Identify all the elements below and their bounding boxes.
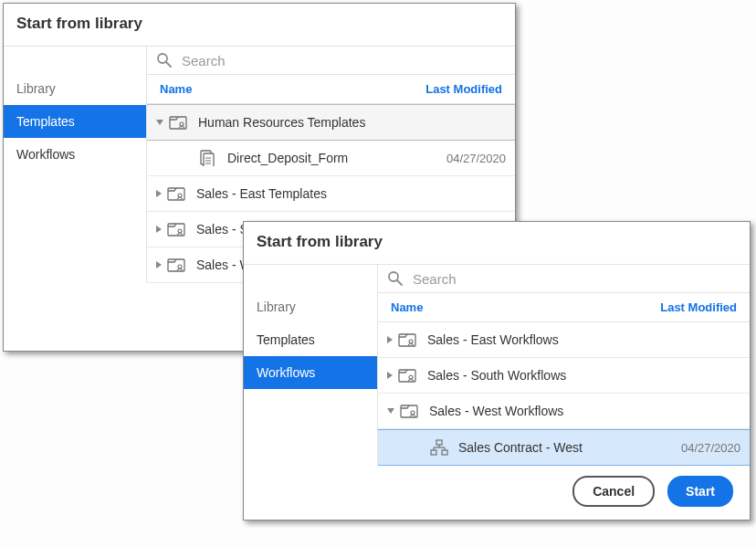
sidebar-heading: Library <box>244 292 377 323</box>
folder-shared-icon <box>167 257 187 273</box>
search-icon <box>156 52 173 68</box>
sidebar: Library Templates Workflows <box>244 265 377 466</box>
col-modified[interactable]: Last Modified <box>425 82 502 96</box>
dialog-title: Start from library <box>4 4 515 46</box>
library-dialog-workflows: Start from library Library Templates Wor… <box>243 221 751 521</box>
workflow-icon <box>429 439 449 456</box>
chevron-right-icon <box>156 190 162 197</box>
row-label: Sales - East Templates <box>196 186 506 201</box>
start-button[interactable]: Start <box>667 476 733 507</box>
dialog-title: Start from library <box>244 222 750 264</box>
chevron-down-icon <box>156 120 163 125</box>
search-icon <box>387 270 404 287</box>
folder-row[interactable]: Sales - East Workflows <box>378 322 750 358</box>
row-label: Sales - East Workflows <box>427 332 740 347</box>
folder-shared-icon <box>169 114 189 131</box>
col-modified[interactable]: Last Modified <box>660 300 737 314</box>
row-label: Direct_Deposit_Form <box>227 151 446 165</box>
col-name[interactable]: Name <box>391 300 423 314</box>
folder-row[interactable]: Sales - West Workflows <box>378 394 750 429</box>
row-label: Sales - West Workflows <box>429 404 740 418</box>
sidebar-item-templates[interactable]: Templates <box>4 105 146 138</box>
search-input[interactable] <box>182 53 506 68</box>
row-date: 04/27/2020 <box>681 441 740 455</box>
column-headers: Name Last Modified <box>378 292 750 322</box>
sidebar: Library Templates Workflows <box>4 47 146 283</box>
content-panel: Name Last Modified Sales - East Workflow… <box>377 265 750 466</box>
file-row[interactable]: Direct_Deposit_Form 04/27/2020 <box>147 141 515 176</box>
row-date: 04/27/2020 <box>446 152 506 165</box>
folder-shared-icon <box>167 221 187 237</box>
folder-row[interactable]: Sales - East Templates <box>147 176 515 212</box>
folder-row[interactable]: Human Resources Templates <box>147 104 515 141</box>
folder-row[interactable]: Sales - South Workflows <box>378 358 750 394</box>
row-label: Sales Contract - West <box>458 440 681 455</box>
sidebar-item-workflows[interactable]: Workflows <box>4 138 146 171</box>
sidebar-heading: Library <box>4 74 146 105</box>
sidebar-item-templates[interactable]: Templates <box>244 323 377 356</box>
col-name[interactable]: Name <box>160 82 192 96</box>
sidebar-item-workflows[interactable]: Workflows <box>244 356 377 389</box>
workflow-row[interactable]: Sales Contract - West 04/27/2020 <box>378 429 750 466</box>
folder-shared-icon <box>167 185 187 202</box>
row-label: Human Resources Templates <box>198 115 506 130</box>
search-row <box>378 265 750 292</box>
cancel-button[interactable]: Cancel <box>572 476 655 507</box>
document-icon <box>198 150 218 166</box>
chevron-right-icon <box>156 226 162 233</box>
folder-shared-icon <box>398 331 418 348</box>
chevron-down-icon <box>387 408 394 414</box>
folder-shared-icon <box>398 367 418 384</box>
chevron-right-icon <box>387 336 393 343</box>
folder-shared-icon <box>400 403 420 419</box>
chevron-right-icon <box>156 261 162 268</box>
column-headers: Name Last Modified <box>147 74 515 104</box>
chevron-right-icon <box>387 372 393 379</box>
row-label: Sales - South Workflows <box>427 368 740 383</box>
search-input[interactable] <box>413 271 740 287</box>
dialog-footer: Cancel Start <box>556 463 750 520</box>
search-row <box>147 47 515 74</box>
